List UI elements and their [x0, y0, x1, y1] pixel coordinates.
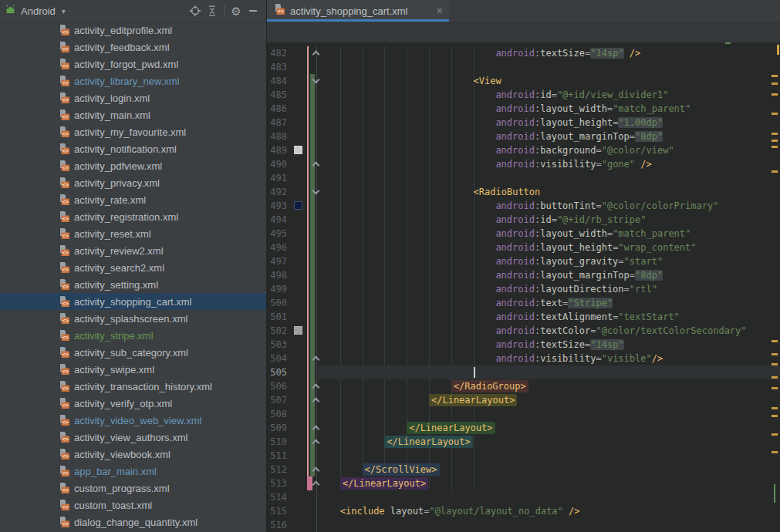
tree-item[interactable]: <>activity_main.xml — [0, 106, 266, 123]
warning-stripe-mark[interactable] — [772, 75, 778, 77]
tree-item[interactable]: <>activity_privacy.xml — [0, 174, 266, 191]
line-number[interactable]: 499 — [267, 282, 287, 296]
line-number[interactable]: 488 — [267, 130, 287, 143]
tree-item[interactable]: <>activity_viewbook.xml — [0, 446, 266, 463]
fold-marker[interactable] — [312, 77, 320, 85]
editor-tab-activity-shopping-cart[interactable]: <> activity_shopping_cart.xml × — [267, 0, 449, 22]
tree-item[interactable]: <>custom_prograss.xml — [0, 480, 266, 497]
tree-item[interactable]: <>activity_shopping_cart.xml — [0, 293, 266, 310]
tree-item[interactable]: <>activity_my_favourite.xml — [0, 123, 266, 140]
warning-stripe-bar[interactable] — [777, 45, 779, 55]
warning-stripe-mark[interactable] — [772, 353, 778, 355]
tree-item[interactable]: <>activity_sub_category.xml — [0, 344, 266, 361]
fold-marker[interactable] — [312, 396, 320, 404]
line-number[interactable]: 508 — [267, 407, 287, 421]
fold-marker[interactable] — [312, 480, 320, 487]
line-number[interactable]: 486 — [267, 102, 287, 116]
fold-marker[interactable] — [312, 438, 320, 446]
gutter-color-swatch[interactable] — [294, 201, 302, 210]
hide-panel-icon[interactable] — [245, 2, 262, 19]
line-number[interactable]: 503 — [267, 338, 287, 352]
tree-item[interactable]: <>activity_login.xml — [0, 89, 266, 106]
line-number[interactable]: 513 — [267, 476, 287, 490]
warning-stripe-mark[interactable] — [772, 140, 778, 142]
fold-marker[interactable] — [312, 160, 320, 168]
line-number[interactable]: 511 — [267, 449, 287, 463]
tree-item[interactable]: <>activity_pdfview.xml — [0, 157, 266, 174]
warning-stripe-mark[interactable] — [772, 82, 778, 85]
warning-stripe-mark[interactable] — [772, 113, 778, 115]
warning-stripe-mark[interactable] — [772, 451, 778, 453]
line-number[interactable]: 502 — [267, 324, 287, 338]
tree-item[interactable]: <>activity_review2.xml — [0, 242, 266, 259]
tree-item[interactable]: <>dialog_change_quantity.xml — [0, 513, 266, 530]
tree-item[interactable]: <>activity_video_web_view.xml — [0, 412, 266, 429]
line-number[interactable]: 496 — [267, 241, 287, 254]
settings-gear-icon[interactable]: ⚙ — [228, 2, 245, 19]
fold-marker[interactable] — [312, 424, 320, 432]
tree-item[interactable]: <>activity_verify_otp.xml — [0, 395, 266, 412]
line-number[interactable]: 498 — [267, 268, 287, 282]
fold-marker[interactable] — [312, 188, 320, 196]
warning-stripe-mark[interactable] — [772, 170, 778, 173]
warning-stripe-mark[interactable] — [772, 133, 778, 135]
fold-marker[interactable] — [312, 466, 320, 473]
tab-close-icon[interactable]: × — [437, 5, 443, 16]
tree-item[interactable]: <>activity_splashscreen.xml — [0, 310, 266, 327]
line-number[interactable]: 516 — [267, 518, 287, 532]
tree-item[interactable]: <>custom_toast.xml — [0, 497, 266, 513]
tree-item[interactable]: <>activity_notification.xml — [0, 140, 266, 157]
warning-stripe-mark[interactable] — [772, 93, 778, 96]
line-number[interactable]: 500 — [267, 296, 287, 310]
tree-item[interactable]: <>activity_library_new.xml — [0, 72, 266, 89]
warning-stripe-mark[interactable] — [772, 387, 778, 389]
line-number[interactable]: 515 — [267, 504, 287, 518]
tree-item[interactable]: <>activity_swipe.xml — [0, 361, 266, 378]
line-number[interactable]: 493 — [267, 199, 287, 213]
warning-stripe-mark[interactable] — [772, 407, 778, 409]
target-icon[interactable] — [187, 2, 204, 19]
warning-stripe-mark[interactable] — [772, 433, 778, 436]
tree-item[interactable]: <>app_bar_main.xml — [0, 463, 266, 480]
tree-item[interactable]: <>activity_feedback.xml — [0, 39, 266, 56]
line-number[interactable]: 497 — [267, 254, 287, 268]
line-number[interactable]: 504 — [267, 352, 287, 365]
stripe-caret-mark[interactable] — [774, 484, 775, 503]
tree-item[interactable]: <>activity_view_authors.xml — [0, 429, 266, 446]
line-number[interactable]: 485 — [267, 88, 287, 102]
code-area[interactable]: 482android:textSize="14sp" />483484<View… — [267, 42, 780, 532]
line-number[interactable]: 491 — [267, 171, 287, 185]
line-number[interactable]: 510 — [267, 435, 287, 449]
warning-stripe-mark[interactable] — [772, 376, 778, 379]
line-number[interactable]: 505 — [267, 365, 287, 379]
line-number[interactable]: 506 — [267, 379, 287, 393]
tree-item[interactable]: <>activity_rate.xml — [0, 191, 266, 208]
line-number[interactable]: 512 — [267, 463, 287, 476]
gutter-color-swatch[interactable] — [294, 326, 302, 335]
line-number[interactable]: 495 — [267, 227, 287, 241]
warning-stripe-mark[interactable] — [772, 340, 778, 342]
fold-marker[interactable] — [312, 382, 320, 390]
line-number[interactable]: 507 — [267, 393, 287, 407]
tree-item[interactable]: <>activity_registration.xml — [0, 208, 266, 225]
tree-item[interactable]: <>activity_search2.xml — [0, 259, 266, 276]
line-number[interactable]: 509 — [267, 421, 287, 435]
collapse-all-icon[interactable] — [204, 2, 221, 19]
line-number[interactable]: 490 — [267, 157, 287, 171]
line-number[interactable]: 483 — [267, 60, 287, 74]
warning-stripe-mark[interactable] — [772, 415, 778, 417]
tree-item[interactable]: <>activity_stripe.xml — [0, 327, 266, 344]
tree-item[interactable]: <>activity_reset.xml — [0, 225, 266, 242]
gutter-color-swatch[interactable] — [294, 146, 302, 154]
fold-marker[interactable] — [312, 355, 320, 362]
tree-item[interactable]: <>activity_forgot_pwd.xml — [0, 56, 266, 72]
warning-stripe-mark[interactable] — [772, 363, 778, 365]
line-number[interactable]: 482 — [267, 46, 287, 60]
line-number[interactable]: 501 — [267, 310, 287, 324]
tree-item[interactable]: <>activity_transaction_history.xml — [0, 378, 266, 395]
line-number[interactable]: 484 — [267, 74, 287, 88]
tree-item[interactable]: <>activity_setting.xml — [0, 276, 266, 293]
line-number[interactable]: 492 — [267, 185, 287, 199]
line-number[interactable]: 489 — [267, 143, 287, 157]
warning-stripe-mark[interactable] — [772, 146, 778, 148]
